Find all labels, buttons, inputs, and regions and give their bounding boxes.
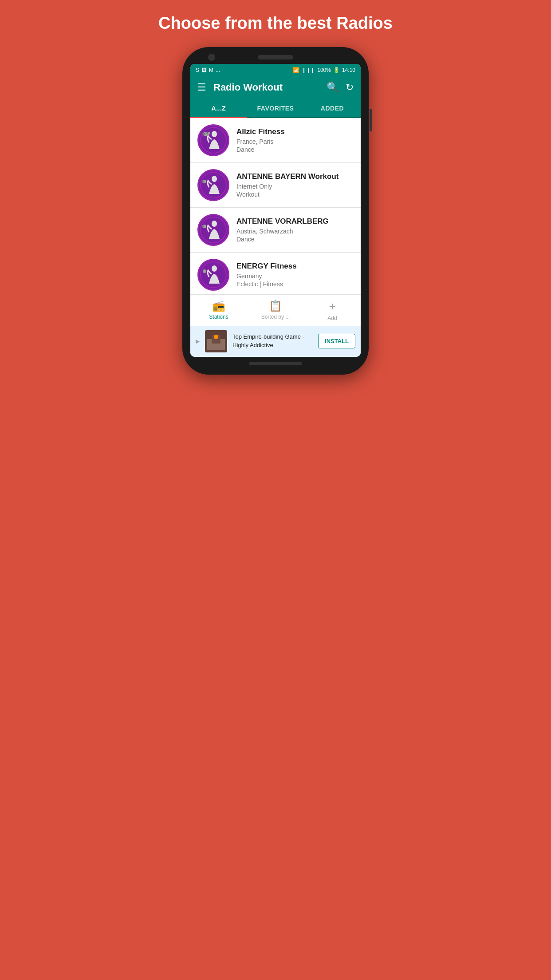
station-item[interactable]: Allzic Fitness France, Paris Dance	[190, 118, 361, 163]
svg-point-16	[212, 265, 217, 272]
svg-point-8	[212, 176, 217, 182]
tab-bar: A...Z FAVORITES ADDED	[190, 99, 361, 118]
phone-camera	[208, 54, 215, 61]
volume-button	[370, 109, 372, 131]
station-name: ANTENNE BAYERN Workout	[236, 172, 354, 181]
station-genre: Eclectic | Fitness	[236, 281, 354, 288]
add-icon: +	[329, 300, 335, 313]
station-avatar	[197, 214, 229, 246]
svg-point-17	[203, 269, 206, 273]
nav-stations[interactable]: 📻 Stations	[190, 295, 247, 326]
status-right-icons: 📶 ❙❙❙ 100% 🔋 14:10	[293, 67, 355, 73]
status-icon-dots: ...	[216, 67, 220, 73]
page-headline: Choose from the best Radios	[158, 13, 393, 34]
status-icon-image: 🖼	[201, 67, 207, 73]
list-icon: 📋	[269, 300, 282, 312]
station-genre: Dance	[236, 146, 354, 153]
home-indicator	[249, 362, 302, 365]
tab-added[interactable]: ADDED	[304, 99, 361, 117]
station-name: ENERGY Fitness	[236, 262, 354, 271]
wifi-icon: 📶	[293, 67, 299, 73]
status-left-icons: S 🖼 M ...	[196, 67, 220, 73]
svg-point-14	[202, 225, 204, 227]
svg-point-2	[202, 133, 205, 135]
app-bar: ☰ Radio Workout 🔍 ↻	[190, 76, 361, 99]
station-info: ANTENNE VORARLBERG Austria, Schwarzach D…	[236, 217, 354, 243]
phone-speaker	[258, 55, 293, 59]
battery-icon: 🔋	[333, 67, 340, 73]
nav-sorted-label: Sorted by ...	[261, 314, 290, 320]
nav-add-label: Add	[327, 315, 337, 321]
station-list: Allzic Fitness France, Paris Dance	[190, 118, 361, 295]
refresh-icon[interactable]: ↻	[346, 82, 354, 93]
phone-top	[190, 55, 361, 59]
station-item[interactable]: ANTENNE VORARLBERG Austria, Schwarzach D…	[190, 208, 361, 253]
station-location: Austria, Schwarzach	[236, 228, 354, 235]
nav-add[interactable]: + Add	[304, 295, 361, 326]
ad-image	[205, 330, 227, 352]
ad-text: Top Empire-building Game -Highly Addicti…	[232, 333, 313, 349]
station-location: Germany	[236, 273, 354, 280]
station-item[interactable]: ANTENNE BAYERN Workout Internet Only Wor…	[190, 163, 361, 208]
svg-point-4	[212, 131, 217, 137]
station-item[interactable]: ENERGY Fitness Germany Eclectic | Fitnes…	[190, 253, 361, 295]
bottom-nav: 📻 Stations 📋 Sorted by ... + Add	[190, 295, 361, 326]
station-location: France, Paris	[236, 138, 354, 145]
station-avatar	[197, 259, 229, 291]
tab-az[interactable]: A...Z	[190, 99, 247, 117]
signal-icon: ❙❙❙	[302, 67, 315, 73]
station-location: Internet Only	[236, 183, 354, 190]
station-info: Allzic Fitness France, Paris Dance	[236, 127, 354, 153]
station-info: ENERGY Fitness Germany Eclectic | Fitnes…	[236, 262, 354, 288]
station-name: Allzic Fitness	[236, 127, 354, 136]
station-avatar	[197, 169, 229, 201]
svg-point-12	[212, 221, 217, 227]
nav-stations-label: Stations	[209, 314, 228, 320]
svg-point-21	[214, 335, 218, 339]
clock: 14:10	[342, 67, 355, 73]
search-icon[interactable]: 🔍	[327, 82, 338, 93]
tab-favorites[interactable]: FAVORITES	[247, 99, 304, 117]
app-title: Radio Workout	[213, 82, 319, 93]
svg-point-6	[206, 132, 208, 134]
phone-screen: S 🖼 M ... 📶 ❙❙❙ 100% 🔋 14:10 ☰ Radio Wor…	[190, 64, 361, 357]
svg-point-10	[202, 180, 204, 182]
nav-sorted-by[interactable]: 📋 Sorted by ...	[247, 295, 304, 326]
phone-frame: S 🖼 M ... 📶 ❙❙❙ 100% 🔋 14:10 ☰ Radio Wor…	[182, 47, 369, 375]
phone-bottom	[190, 362, 361, 365]
battery-status: 100%	[317, 67, 331, 73]
radio-icon: 📻	[212, 300, 225, 312]
install-button[interactable]: INSTALL	[318, 334, 355, 348]
ad-banner: ▶ Top Empire-building Game -Highly Addic…	[190, 326, 361, 357]
station-name: ANTENNE VORARLBERG	[236, 217, 354, 226]
status-bar: S 🖼 M ... 📶 ❙❙❙ 100% 🔋 14:10	[190, 64, 361, 76]
status-icon-mail: M	[209, 67, 213, 73]
status-icon-s: S	[196, 67, 199, 73]
station-genre: Dance	[236, 236, 354, 243]
ad-indicator: ▶	[196, 338, 200, 344]
menu-icon[interactable]: ☰	[197, 82, 206, 93]
station-genre: Workout	[236, 191, 354, 198]
station-avatar	[197, 124, 229, 156]
station-info: ANTENNE BAYERN Workout Internet Only Wor…	[236, 172, 354, 198]
